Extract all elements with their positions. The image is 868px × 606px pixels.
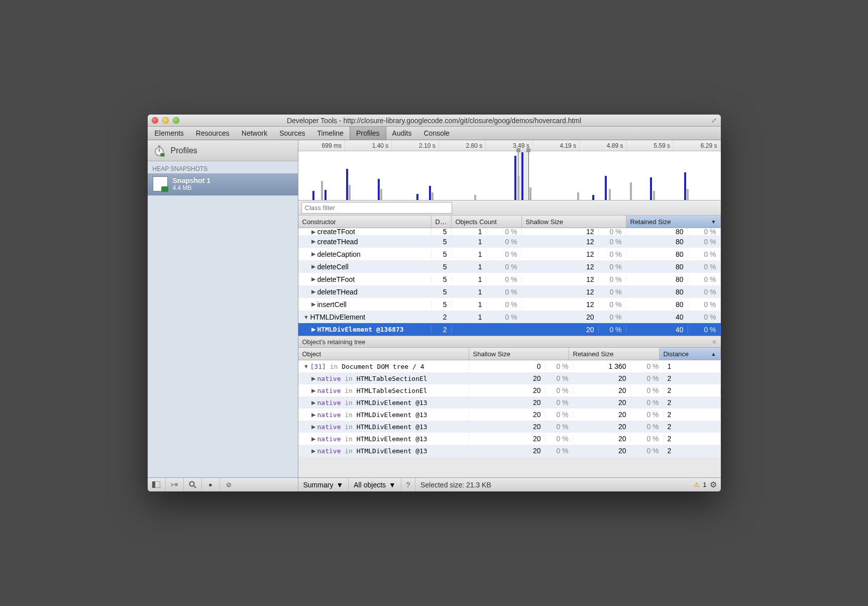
col-shallow2[interactable]: Shallow Size — [469, 348, 569, 360]
table-row[interactable]: ▶insertCell510 %120 %800 % — [298, 298, 721, 311]
timeline-bar — [514, 156, 516, 200]
timeline-bar — [321, 181, 323, 200]
timeline-tick: 6.29 s — [674, 140, 720, 151]
warning-count: 1 — [703, 481, 706, 488]
retaining-table-header: Object Shallow Size Retained Size Distan… — [298, 348, 721, 360]
timeline-chart[interactable] — [298, 151, 721, 200]
snapshot-icon — [153, 176, 168, 191]
svg-point-6 — [189, 482, 194, 486]
timeline-bar — [684, 172, 686, 200]
table-row[interactable]: ▶createTHead510 %120 %800 % — [298, 235, 721, 248]
timeline-bar — [312, 191, 314, 200]
tab-bar: ElementsResourcesNetworkSourcesTimelineP… — [148, 127, 721, 140]
devtools-window: Developer Tools - http://closure-library… — [148, 115, 721, 491]
help-button[interactable]: ? — [401, 478, 415, 491]
col-objects-count[interactable]: Objects Count — [452, 216, 522, 228]
warning-icon[interactable]: ⚠ — [694, 481, 700, 488]
timeline-bar — [380, 189, 382, 200]
table-row[interactable]: ▶native in HTMLDivElement @13200 %200 %2 — [298, 433, 721, 445]
tab-console[interactable]: Console — [418, 127, 456, 140]
timeline-bar — [609, 189, 611, 200]
timeline-tick: 4.19 s — [533, 140, 580, 151]
tab-audits[interactable]: Audits — [386, 127, 418, 140]
objects-filter-select[interactable]: All objects▼ — [349, 478, 401, 491]
traffic-lights — [152, 117, 179, 124]
timeline-bar — [431, 192, 433, 200]
tab-elements[interactable]: Elements — [149, 127, 190, 140]
timeline-bar — [474, 195, 476, 200]
timeline-bar — [630, 182, 632, 200]
table-row[interactable]: ▶createTFoot510 %120 %800 % — [298, 228, 721, 235]
timeline-bar — [529, 187, 531, 200]
timeline[interactable]: 699 ms1.40 s2.10 s2.80 s3.49 s4.19 s4.89… — [298, 140, 721, 200]
zoom-button[interactable] — [173, 117, 179, 124]
close-button[interactable] — [152, 117, 158, 124]
timeline-scrubber[interactable] — [518, 151, 529, 200]
sidebar: Profiles HEAP SNAPSHOTS Snapshot 1 4.4 M… — [148, 140, 298, 477]
col-object[interactable]: Object — [298, 348, 469, 360]
sort-desc-icon: ▼ — [708, 219, 716, 225]
timeline-bar — [378, 179, 380, 200]
timeline-bar — [605, 176, 607, 200]
expand-icon[interactable]: ⤢ — [711, 117, 717, 124]
sidebar-section-label: HEAP SNAPSHOTS — [148, 161, 298, 173]
svg-rect-5 — [152, 481, 155, 488]
sort-asc-icon: ▲ — [708, 351, 716, 357]
retaining-table: ▼[31] in Document DOM tree / 400 %1 3600… — [298, 360, 721, 457]
table-row[interactable]: ▶native in HTMLTableSectionEl200 %200 %2 — [298, 384, 721, 396]
footer: >≡ ● ⊘ Summary▼ All objects▼ ? Selected … — [148, 477, 721, 491]
stopwatch-icon — [153, 144, 166, 157]
timeline-bar — [416, 194, 418, 200]
class-filter-input[interactable] — [301, 202, 452, 214]
col-constructor[interactable]: Constructor — [298, 216, 431, 228]
col-retained2[interactable]: Retained Size — [569, 348, 660, 360]
tab-timeline[interactable]: Timeline — [311, 127, 350, 140]
col-distance[interactable]: D… — [431, 216, 452, 228]
clear-button[interactable]: ⊘ — [220, 478, 238, 491]
timeline-bar — [650, 177, 652, 200]
timeline-bar — [653, 191, 655, 200]
retaining-tree-label: Object's retaining tree — [302, 338, 366, 346]
col-distance2[interactable]: Distance▲ — [660, 348, 721, 360]
grip-icon: ≡ — [712, 338, 717, 346]
sidebar-header: Profiles — [148, 140, 298, 161]
footer-left: >≡ ● ⊘ — [148, 478, 298, 491]
timeline-tick: 2.10 s — [392, 140, 439, 151]
col-retained-size[interactable]: Retained Size▼ — [626, 216, 721, 228]
svg-rect-1 — [158, 145, 160, 147]
table-row[interactable]: ▶deleteTFoot510 %120 %800 % — [298, 273, 721, 285]
table-row[interactable]: ▶deleteCell510 %120 %800 % — [298, 260, 721, 273]
tab-resources[interactable]: Resources — [190, 127, 236, 140]
col-shallow-size[interactable]: Shallow Size — [522, 216, 626, 228]
snapshot-item[interactable]: Snapshot 1 4.4 MB — [148, 173, 298, 195]
timeline-bar — [577, 192, 579, 200]
minimize-button[interactable] — [162, 117, 169, 124]
table-row[interactable]: ▶HTMLDivElement @1368732200 %400 % — [298, 323, 721, 336]
table-row[interactable]: ▶native in HTMLDivElement @13200 %200 %2 — [298, 421, 721, 433]
table-row[interactable]: ▶deleteCaption510 %120 %800 % — [298, 248, 721, 260]
titlebar: Developer Tools - http://closure-library… — [148, 115, 721, 127]
table-row[interactable]: ▶native in HTMLTableSectionEl200 %200 %2 — [298, 372, 721, 384]
filter-row — [298, 200, 721, 216]
table-row[interactable]: ▶native in HTMLDivElement @13200 %200 %2 — [298, 409, 721, 421]
table-row[interactable]: ▶deleteTHead510 %120 %800 % — [298, 285, 721, 298]
view-select[interactable]: Summary▼ — [298, 478, 349, 491]
table-row[interactable]: ▶native in HTMLDivElement @13200 %200 %2 — [298, 445, 721, 457]
snapshot-size: 4.4 MB — [173, 184, 210, 191]
timeline-bar — [687, 189, 689, 200]
table-row[interactable]: ▼[31] in Document DOM tree / 400 %1 3600… — [298, 360, 721, 372]
timeline-bar — [517, 176, 519, 200]
timeline-ticks: 699 ms1.40 s2.10 s2.80 s3.49 s4.19 s4.89… — [298, 140, 721, 151]
dock-toggle-button[interactable] — [148, 478, 166, 491]
tab-profiles[interactable]: Profiles — [350, 127, 386, 140]
table-row[interactable]: ▶native in HTMLDivElement @13200 %200 %2 — [298, 396, 721, 409]
tab-sources[interactable]: Sources — [273, 127, 311, 140]
tab-network[interactable]: Network — [236, 127, 273, 140]
settings-icon[interactable]: ⚙ — [710, 480, 717, 489]
retaining-tree-header[interactable]: Object's retaining tree ≡ — [298, 336, 721, 348]
table-row[interactable]: ▼HTMLDivElement210 %200 %400 % — [298, 311, 721, 323]
search-button[interactable] — [184, 478, 202, 491]
window-title: Developer Tools - http://closure-library… — [148, 117, 721, 125]
console-toggle-button[interactable]: >≡ — [166, 478, 184, 491]
record-button[interactable]: ● — [202, 478, 220, 491]
